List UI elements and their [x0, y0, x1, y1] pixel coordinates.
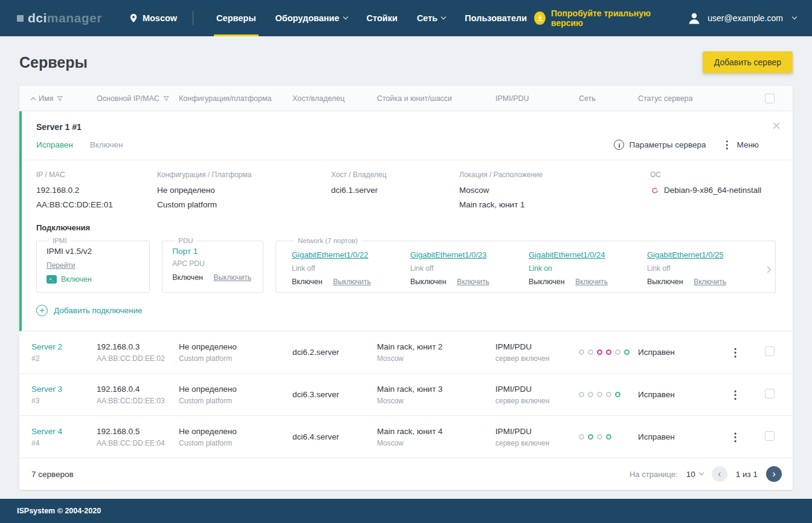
- server-host: dci6.2.server: [292, 348, 377, 357]
- user-menu[interactable]: user@example.com: [686, 10, 796, 26]
- port-link[interactable]: GigabitEthernet1/0/25: [647, 250, 723, 259]
- network-port: GigabitEthernet1/0/22 Link off Включен В…: [292, 247, 410, 286]
- port-admin-state: Выключен: [529, 278, 565, 286]
- port-toggle-link[interactable]: Включить: [575, 278, 608, 286]
- table-row: Server 4 #4 192.168.0.5 AA:BB:CC:DD:EE:0…: [19, 416, 793, 458]
- port-link[interactable]: GigabitEthernet1/0/23: [410, 250, 486, 259]
- logo-text-dci: dci: [28, 11, 47, 25]
- detail-location: Локация / Расположение Moscow Main rack,…: [459, 171, 650, 215]
- close-icon[interactable]: ×: [772, 119, 781, 133]
- nav-item-racks[interactable]: Стойки: [359, 0, 405, 36]
- port-link-state: Link off: [410, 264, 529, 273]
- prev-page-button[interactable]: ‹: [712, 466, 727, 482]
- per-page-select[interactable]: 10: [686, 470, 703, 479]
- server-host: dci6.4.server: [292, 432, 377, 441]
- row-checkbox[interactable]: [765, 389, 775, 398]
- server-name-link[interactable]: Server 2: [31, 342, 97, 351]
- pdu-box: PDU Порт 1 APC PDU Включен Выключить: [162, 237, 263, 293]
- next-page-button[interactable]: ›: [766, 466, 782, 482]
- chevron-down-icon: [792, 15, 797, 19]
- filter-icon[interactable]: [163, 96, 169, 102]
- server-location: Moscow: [377, 439, 495, 447]
- column-header-config[interactable]: Конфигурация/платформа: [179, 94, 292, 103]
- nav-label: Оборудование: [276, 13, 340, 23]
- sort-asc-icon[interactable]: [31, 97, 36, 102]
- server-config: Не определено: [179, 385, 292, 394]
- port-status-dot: [597, 434, 602, 440]
- column-header-network[interactable]: Сеть: [579, 94, 638, 103]
- filter-icon[interactable]: [57, 96, 63, 102]
- row-menu-button[interactable]: ⋮: [730, 388, 741, 401]
- row-checkbox[interactable]: [765, 346, 775, 356]
- port-status-dot: [624, 349, 630, 355]
- column-label: IPMI/PDU: [495, 94, 529, 103]
- terminal-icon[interactable]: >_: [47, 275, 57, 284]
- port-toggle-link[interactable]: Выключить: [333, 278, 370, 286]
- detail-label: Конфигурация / Платформа: [157, 171, 331, 179]
- port-status-dot: [588, 434, 593, 440]
- row-checkbox[interactable]: [765, 431, 775, 441]
- server-rack: Main rack, юнит 4: [377, 427, 495, 436]
- detail-value: AA:BB:CC:DD:EE:01: [36, 200, 157, 209]
- detail-value: Main rack, юнит 1: [459, 200, 650, 209]
- column-header-status[interactable]: Статус сервера: [638, 94, 706, 103]
- detail-label: Хост / Владелец: [331, 171, 459, 179]
- port-admin-state: Выключен: [410, 278, 446, 286]
- table-header-row: Имя Основной IP/MAC Конфигурация/платфор…: [19, 86, 793, 111]
- port-link[interactable]: GigabitEthernet1/0/22: [292, 250, 368, 259]
- add-server-button[interactable]: Добавить сервер: [703, 51, 793, 73]
- port-admin-state: Выключен: [647, 278, 683, 286]
- column-header-name[interactable]: Имя: [31, 94, 97, 103]
- ipmi-goto-link[interactable]: Перейти: [47, 261, 76, 270]
- ports-scroll-right-icon[interactable]: ›: [766, 261, 772, 276]
- detail-value: Custom platform: [157, 200, 331, 209]
- port-status-dot: [606, 392, 611, 397]
- pdu-toggle-link[interactable]: Выключить: [213, 273, 251, 282]
- server-platform: Custom platform: [179, 439, 292, 447]
- pdu-port-link[interactable]: Порт 1: [172, 247, 253, 256]
- server-status: Исправен: [638, 390, 706, 399]
- server-rack: Main rack, юнит 2: [377, 342, 495, 351]
- column-header-ip[interactable]: Основной IP/MAC: [97, 94, 179, 103]
- per-page-label: На странице:: [630, 470, 678, 479]
- detail-host: Хост / Владелец dci6.1.server: [331, 171, 459, 215]
- debian-icon: [650, 186, 659, 195]
- nav-item-equipment[interactable]: Оборудование: [268, 0, 355, 36]
- logo[interactable]: dcimanager: [17, 0, 102, 36]
- nav-item-network[interactable]: Сеть: [410, 0, 453, 36]
- column-label: Сеть: [579, 94, 596, 103]
- nav-item-servers[interactable]: Серверы: [209, 0, 263, 36]
- column-header-ipmi[interactable]: IPMI/PDU: [495, 94, 579, 103]
- network-port: GigabitEthernet1/0/25 Link off Выключен …: [647, 247, 765, 286]
- server-params-button[interactable]: Параметры сервера: [629, 140, 706, 149]
- nav-label: Стойки: [367, 13, 398, 23]
- location-selector[interactable]: Moscow: [129, 0, 177, 36]
- trial-version-link[interactable]: Попробуйте триальную версию: [534, 8, 666, 28]
- column-header-rack[interactable]: Стойка и юнит/шасси: [377, 94, 495, 103]
- row-menu-button[interactable]: ⋮: [730, 346, 741, 359]
- server-config: Не определено: [179, 342, 292, 351]
- server-config: Не определено: [179, 427, 292, 436]
- server-ipmi: IPMI/PDU: [495, 427, 579, 436]
- network-port-dots: [579, 349, 638, 355]
- location-label: Moscow: [143, 13, 177, 23]
- server-name-link[interactable]: Server 3: [31, 385, 97, 394]
- port-toggle-link[interactable]: Включить: [457, 278, 489, 286]
- column-header-host[interactable]: Хост/владелец: [292, 94, 377, 103]
- nav-label: Пользователи: [465, 13, 527, 23]
- server-id: #3: [31, 397, 97, 405]
- detail-value: Debian-9-x86_64-netinstall: [664, 186, 761, 195]
- port-toggle-link[interactable]: Включить: [694, 278, 726, 286]
- server-name-link[interactable]: Server 4: [31, 427, 97, 436]
- copyright: ISPsystem © 2004-2020: [17, 507, 101, 515]
- server-mac: AA:BB:CC:DD:EE:02: [97, 354, 179, 363]
- column-label: Статус сервера: [638, 94, 693, 103]
- port-status-dot: [615, 392, 620, 397]
- port-link[interactable]: GigabitEthernet1/0/24: [529, 250, 605, 259]
- detail-config: Конфигурация / Платформа Не определено C…: [157, 171, 331, 215]
- select-all-checkbox[interactable]: [765, 94, 775, 103]
- nav-item-users[interactable]: Пользователи: [457, 0, 534, 36]
- row-menu-button[interactable]: ⋮: [730, 430, 741, 444]
- server-menu-button[interactable]: Меню: [737, 140, 759, 149]
- add-connection-button[interactable]: + Добавить подключение: [36, 305, 776, 316]
